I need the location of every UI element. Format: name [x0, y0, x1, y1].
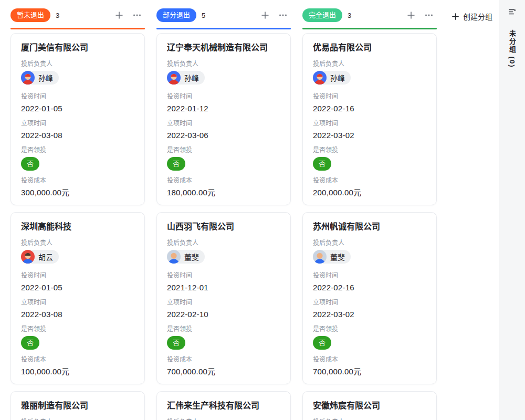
field-label: 立项时间 — [313, 298, 426, 307]
kanban-column-1: 暂未退出 3 厦门美信有限公司 投后负责人 — [10, 8, 145, 420]
field-lead: 是否领投 否 — [313, 325, 426, 350]
group-color-line — [302, 28, 437, 29]
group-tag[interactable]: 部分退出 — [156, 8, 196, 22]
more-icon[interactable] — [278, 10, 288, 20]
more-icon[interactable] — [132, 10, 142, 20]
column-header: 部分退出 5 — [156, 8, 291, 22]
field-invest-time: 投资时间 2022-01-05 — [21, 271, 134, 292]
field-lead: 是否领投 否 — [313, 146, 426, 171]
field-value: 2022-03-02 — [313, 130, 426, 140]
group-count: 3 — [56, 12, 59, 19]
field-label: 投资成本 — [21, 176, 134, 185]
owner-chip[interactable]: 胡云 — [21, 250, 59, 264]
plus-icon[interactable] — [114, 10, 124, 20]
plus-icon[interactable] — [260, 10, 270, 20]
field-label: 投资时间 — [167, 271, 280, 280]
card-list: 厦门美信有限公司 投后负责人 孙峰 投资时间 2022-01-05 立项时间 — [10, 33, 145, 420]
lead-badge: 否 — [313, 157, 331, 171]
card-title: 厦门美信有限公司 — [21, 43, 134, 52]
field-label: 投后负责人 — [167, 418, 280, 420]
owner-chip[interactable]: 董斐 — [167, 250, 205, 264]
card-title: 汇伟来生产科技有限公司 — [167, 401, 280, 411]
owner-chip[interactable]: 孙峰 — [167, 71, 205, 85]
kanban-board: 暂未退出 3 厦门美信有限公司 投后负责人 — [10, 8, 448, 420]
plus-icon[interactable] — [406, 10, 416, 20]
field-value: 2022-03-06 — [167, 130, 280, 140]
field-owner: 投后负责人 孙峰 — [21, 60, 134, 87]
record-card[interactable]: 厦门美信有限公司 投后负责人 孙峰 投资时间 2022-01-05 立项时间 — [10, 33, 145, 205]
avatar — [21, 250, 35, 264]
ungrouped-label[interactable]: 未分组 (0) — [507, 30, 517, 68]
record-card[interactable]: 汇伟来生产科技有限公司 投后负责人 — [156, 391, 291, 420]
field-value: 180,000.00元 — [167, 187, 280, 197]
more-icon[interactable] — [424, 10, 434, 20]
field-value: 2021-12-01 — [167, 282, 280, 292]
group-color-line — [156, 28, 291, 29]
owner-name: 孙峰 — [184, 72, 199, 83]
field-owner: 投后负责人 — [313, 418, 426, 420]
field-project-time: 立项时间 2022-03-08 — [21, 298, 134, 319]
field-label: 投后负责人 — [21, 60, 134, 69]
owner-chip[interactable]: 董斐 — [313, 250, 351, 264]
field-invest-time: 投资时间 2021-12-01 — [167, 271, 280, 292]
avatar — [167, 71, 181, 85]
field-cost: 投资成本 300,000.00元 — [21, 176, 134, 197]
field-value: 2022-03-08 — [21, 130, 134, 140]
field-value: 2022-01-12 — [167, 103, 280, 113]
field-project-time: 立项时间 2022-03-02 — [313, 298, 426, 319]
field-label: 是否领投 — [313, 325, 426, 334]
owner-name: 孙峰 — [38, 72, 53, 83]
field-project-time: 立项时间 2022-03-08 — [21, 119, 134, 140]
field-label: 投资时间 — [313, 271, 426, 280]
collapse-panel-icon[interactable] — [508, 7, 517, 16]
avatar — [313, 250, 327, 264]
card-title: 雅丽制造有限公司 — [21, 401, 134, 411]
field-lead: 是否领投 否 — [21, 146, 134, 171]
record-card[interactable]: 优易品有限公司 投后负责人 孙峰 投资时间 2022-02-16 立项时间 — [302, 33, 437, 205]
field-owner: 投后负责人 — [21, 418, 134, 420]
owner-chip[interactable]: 孙峰 — [21, 71, 59, 85]
kanban-column-2: 部分退出 5 辽宁奉天机械制造有限公司 投后负责人 — [156, 8, 291, 420]
record-card[interactable]: 深圳高能科技 投后负责人 胡云 投资时间 2022-01-05 立项时间 — [10, 212, 145, 384]
owner-chip[interactable]: 孙峰 — [313, 71, 351, 85]
card-list: 优易品有限公司 投后负责人 孙峰 投资时间 2022-02-16 立项时间 — [302, 33, 437, 420]
column-header: 完全退出 3 — [302, 8, 437, 22]
field-project-time: 立项时间 2022-03-02 — [313, 119, 426, 140]
collapsed-group-panel: 未分组 (0) — [499, 0, 525, 420]
field-label: 立项时间 — [313, 119, 426, 128]
field-label: 投后负责人 — [313, 239, 426, 248]
record-card[interactable]: 雅丽制造有限公司 投后负责人 — [10, 391, 145, 420]
field-label: 立项时间 — [167, 298, 280, 307]
group-tag[interactable]: 完全退出 — [302, 8, 342, 22]
record-card[interactable]: 安徽炜宸有限公司 投后负责人 — [302, 391, 437, 420]
record-card[interactable]: 山西羽飞有限公司 投后负责人 董斐 投资时间 2021-12-01 立项时间 — [156, 212, 291, 384]
avatar — [21, 71, 35, 85]
create-group-button[interactable]: 创建分组 — [450, 11, 492, 22]
card-title: 山西羽飞有限公司 — [167, 222, 280, 232]
field-cost: 投资成本 100,000.00元 — [21, 355, 134, 376]
field-value: 700,000.00元 — [167, 366, 280, 376]
field-value: 2022-01-05 — [21, 282, 134, 292]
field-label: 是否领投 — [167, 146, 280, 155]
column-actions — [260, 10, 291, 20]
field-owner: 投后负责人 胡云 — [21, 239, 134, 266]
field-label: 投后负责人 — [167, 239, 280, 248]
field-value: 100,000.00元 — [21, 366, 134, 376]
lead-badge: 否 — [167, 336, 185, 350]
field-value: 2022-03-02 — [313, 309, 426, 319]
field-label: 投资时间 — [167, 92, 280, 101]
field-value: 700,000.00元 — [313, 366, 426, 376]
record-card[interactable]: 苏州帆诚有限公司 投后负责人 董斐 投资时间 2022-02-16 立项时间 — [302, 212, 437, 384]
field-label: 是否领投 — [167, 325, 280, 334]
field-owner: 投后负责人 董斐 — [167, 239, 280, 266]
field-value: 2022-02-10 — [167, 309, 280, 319]
field-label: 投资成本 — [167, 355, 280, 364]
field-label: 立项时间 — [21, 119, 134, 128]
field-value: 2022-02-16 — [313, 282, 426, 292]
field-invest-time: 投资时间 2022-01-12 — [167, 92, 280, 113]
card-title: 优易品有限公司 — [313, 43, 426, 52]
field-invest-time: 投资时间 2022-02-16 — [313, 271, 426, 292]
group-tag[interactable]: 暂未退出 — [10, 8, 50, 22]
record-card[interactable]: 辽宁奉天机械制造有限公司 投后负责人 孙峰 投资时间 2022-01-12 立项 — [156, 33, 291, 205]
field-owner: 投后负责人 董斐 — [313, 239, 426, 266]
